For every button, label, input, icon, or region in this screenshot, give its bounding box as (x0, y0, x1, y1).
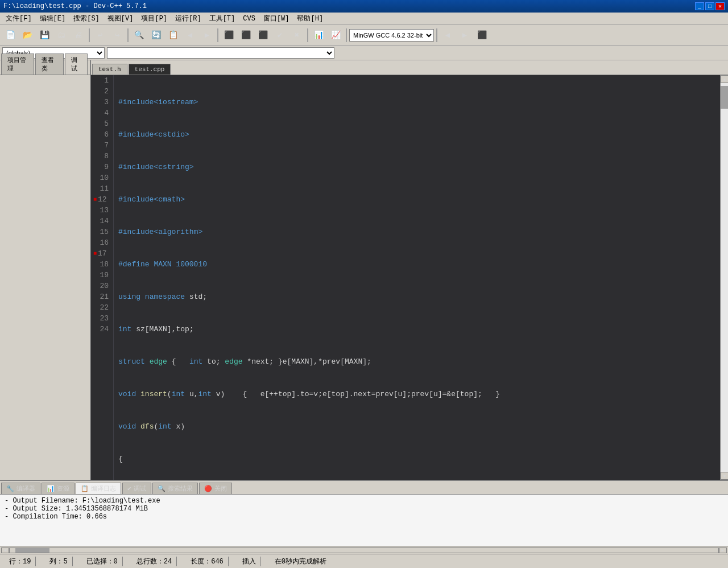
line-num-24: 24 (93, 324, 109, 335)
code-content[interactable]: #include<iostream> #include<cstdio> #inc… (114, 75, 720, 480)
toolbar: 📄 📂 💾 🗂 🖨 ↩ ↪ 🔍 🔄 📋 ◀ ▶ ⬛ ⬛ ⬛ ✔ ✖ 📊 📈 Mi… (0, 25, 728, 46)
find-next[interactable]: ▶ (199, 27, 215, 43)
find-prev[interactable]: ◀ (182, 27, 198, 43)
scroll-up-arrow[interactable]: ▲ (721, 75, 728, 83)
save-all-button[interactable]: 🗂 (53, 27, 69, 43)
run-button[interactable]: 📈 (328, 27, 344, 43)
sep2 (127, 28, 129, 42)
line-3: #include<cstring> (118, 162, 715, 172)
line-num-5: 5 (93, 118, 109, 129)
undo-button[interactable]: ↩ (92, 27, 108, 43)
line-num-17: ■17 (93, 248, 109, 259)
line-num-14: 14 (93, 216, 109, 227)
vertical-scrollbar[interactable]: ▲ ▼ (720, 75, 728, 480)
hscroll-thumb[interactable] (15, 548, 49, 553)
scroll-track[interactable] (721, 83, 728, 472)
redo-button[interactable]: ↪ (109, 27, 125, 43)
sep4 (307, 28, 308, 42)
unindent-button[interactable]: ⬛ (238, 27, 254, 43)
bottom-tab-log[interactable]: 📋 编译日志 (76, 483, 121, 494)
tab-project[interactable]: 项目管理 (1, 53, 34, 75)
toggle-button[interactable]: ✔ (272, 27, 288, 43)
log-icon: 📋 (81, 485, 89, 492)
hscroll-track[interactable] (9, 548, 719, 553)
open-button[interactable]: 📂 (19, 27, 35, 43)
line-num-21: 21 (93, 291, 109, 302)
find-button[interactable]: 🔍 (131, 27, 147, 43)
left-panel (0, 75, 91, 480)
menu-view[interactable]: 视图[V] (104, 13, 137, 24)
line-2: #include<cstdio> (118, 129, 715, 140)
find-in-files[interactable]: 📋 (165, 27, 181, 43)
menu-run[interactable]: 运行[R] (172, 13, 205, 24)
status-length: 长度：646 (186, 557, 229, 566)
sep5 (346, 28, 347, 42)
line-num-6: 6 (93, 129, 109, 140)
line-11: void dfs(int x) (118, 421, 715, 432)
compiler-select[interactable]: MinGW GCC 4.6.2 32-bit (349, 29, 434, 42)
tab-test-cpp[interactable]: test.cpp (129, 64, 171, 75)
menu-cvs[interactable]: CVS (239, 14, 259, 24)
menu-project[interactable]: 项目[P] (138, 13, 171, 24)
bottom-tab-close[interactable]: 🔴 关闭 (199, 483, 232, 494)
status-bar: 行：19 列：5 已选择：0 总行数：24 长度：646 插入 在0秒内完成解析 (0, 554, 728, 568)
next-page[interactable]: ▶ (457, 27, 473, 43)
scroll-down-arrow[interactable]: ▼ (721, 472, 728, 480)
line-num-20: 20 (93, 281, 109, 291)
symbol-select[interactable] (107, 47, 334, 59)
line-1: #include<iostream> (118, 97, 715, 108)
compile-button[interactable]: 📊 (311, 27, 326, 43)
close-panel-icon: 🔴 (204, 485, 212, 492)
window-controls: _ □ ✕ (695, 2, 725, 10)
line-num-12: ■12 (93, 194, 109, 205)
menu-bar: 文件[F] 编辑[E] 搜索[S] 视图[V] 项目[P] 运行[R] 工具[T… (0, 13, 728, 25)
line-12: { (118, 454, 715, 464)
bottom-tab-resources[interactable]: 📊 资源 (42, 483, 75, 494)
line-numbers: 1 2 3 4 5 6 7 8 9 10 11 ■12 13 14 15 16 … (91, 75, 114, 480)
replace-button[interactable]: 🔄 (148, 27, 164, 43)
sep6 (436, 28, 437, 42)
line-4: #include<cmath> (118, 194, 715, 205)
tab-debug[interactable]: 调试 (65, 53, 88, 75)
hscroll-left[interactable]: ◀ (1, 548, 9, 553)
code-editor[interactable]: 1 2 3 4 5 6 7 8 9 10 11 ■12 13 14 15 16 … (91, 75, 728, 480)
column-button[interactable]: ⬛ (255, 27, 271, 43)
line-num-9: 9 (93, 162, 109, 172)
window-title: F:\loading\test.cpp - Dev-C++ 5.7.1 (3, 2, 147, 10)
line-num-18: 18 (93, 259, 109, 270)
menu-tools[interactable]: 工具[T] (206, 13, 239, 24)
main-layout: 1 2 3 4 5 6 7 8 9 10 11 ■12 13 14 15 16 … (0, 75, 728, 480)
prev-page[interactable]: ◀ (440, 27, 456, 43)
close-button[interactable]: ✕ (715, 2, 725, 10)
scroll-thumb[interactable] (721, 86, 728, 109)
line-5: #include<algorithm> (118, 227, 715, 237)
indent-button[interactable]: ⬛ (221, 27, 237, 43)
toolbar2: (globals) (0, 46, 728, 60)
new-button[interactable]: 📄 (2, 27, 18, 43)
line-num-23: 23 (93, 313, 109, 324)
save-button[interactable]: 💾 (36, 27, 52, 43)
hscroll-right[interactable]: ▶ (719, 548, 727, 553)
menu-file[interactable]: 文件[F] (2, 13, 35, 24)
close-file-button[interactable]: ✖ (289, 27, 305, 43)
search-icon: 🔍 (158, 485, 166, 492)
line-num-16: 16 (93, 237, 109, 248)
line-num-13: 13 (93, 205, 109, 216)
minimize-button[interactable]: _ (695, 2, 704, 10)
menu-edit[interactable]: 编辑[E] (36, 13, 69, 24)
print-button[interactable]: 🖨 (71, 27, 86, 43)
line-num-19: 19 (93, 270, 109, 281)
tab-class[interactable]: 查看类 (35, 53, 63, 75)
last-page[interactable]: ⬛ (474, 27, 490, 43)
bottom-tab-compiler[interactable]: 🔧 编译器 (1, 483, 40, 494)
bottom-panel: 🔧 编译器 📊 资源 📋 编译日志 ✔ 调试 🔍 搜索结果 🔴 关闭 - Out… (0, 480, 728, 554)
menu-window[interactable]: 窗口[W] (260, 13, 293, 24)
status-mode: 插入 (238, 557, 261, 566)
tab-test-h[interactable]: test.h (92, 64, 127, 75)
bottom-tab-debug[interactable]: ✔ 调试 (122, 483, 151, 494)
bottom-tab-search[interactable]: 🔍 搜索结果 (152, 483, 198, 494)
menu-help[interactable]: 帮助[H] (293, 13, 326, 24)
menu-search[interactable]: 搜索[S] (70, 13, 103, 24)
maximize-button[interactable]: □ (705, 2, 714, 10)
status-col: 列：5 (45, 557, 72, 566)
